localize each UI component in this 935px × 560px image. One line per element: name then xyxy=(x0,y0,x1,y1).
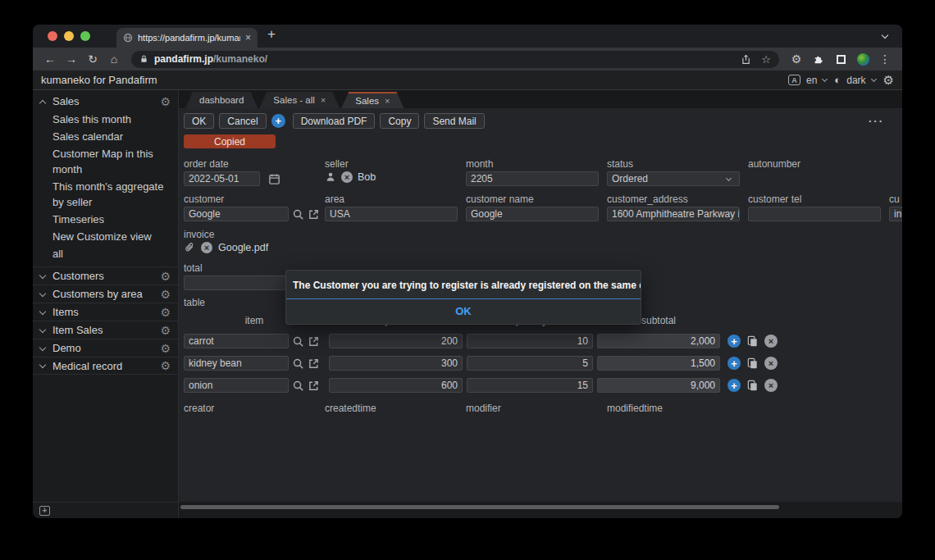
external-link-icon[interactable] xyxy=(308,357,320,370)
gear-icon[interactable]: ⚙ xyxy=(160,288,171,301)
sidebar-section-items[interactable]: Items ⚙ xyxy=(33,303,178,321)
sidebar-view-item[interactable]: all xyxy=(52,245,171,262)
sidebar-section-demo[interactable]: Demo ⚙ xyxy=(33,339,178,357)
close-icon[interactable]: × xyxy=(385,96,390,106)
maximize-window-button[interactable] xyxy=(80,31,90,41)
duplicate-row-icon[interactable] xyxy=(746,380,759,392)
quantity-input[interactable]: 10 xyxy=(467,334,593,348)
gear-icon[interactable]: ⚙ xyxy=(160,95,171,108)
extension-gear-icon[interactable]: ⚙ xyxy=(787,52,805,66)
tab-sales-all[interactable]: Sales - all × xyxy=(259,92,340,108)
language-select[interactable]: en xyxy=(806,75,817,86)
add-row-icon[interactable]: + xyxy=(727,335,741,348)
customer-address-input[interactable]: 1600 Amphitheatre Parkway ir xyxy=(607,207,740,221)
search-icon[interactable] xyxy=(292,380,304,392)
cancel-button[interactable]: Cancel xyxy=(219,113,266,129)
sidebar-section-sales[interactable]: Sales ⚙ xyxy=(33,93,178,110)
calendar-icon[interactable] xyxy=(268,173,280,185)
extensions-puzzle-icon[interactable] xyxy=(813,53,824,65)
forward-button[interactable]: → xyxy=(62,52,80,66)
paperclip-icon[interactable] xyxy=(184,242,195,253)
sidebar-view-item[interactable]: This month's aggregate by seller xyxy=(52,178,171,211)
delete-row-icon[interactable]: × xyxy=(764,357,778,370)
scrollbar-thumb[interactable] xyxy=(180,505,779,509)
invoice-file-name[interactable]: Google.pdf xyxy=(218,242,268,253)
address-bar[interactable]: pandafirm.jp/kumaneko/ ☆ xyxy=(131,51,779,68)
tab-group-icon[interactable] xyxy=(837,55,846,64)
reload-button[interactable]: ↻ xyxy=(84,52,102,66)
sidebar-section-customers-by-area[interactable]: Customers by area ⚙ xyxy=(33,285,178,303)
translate-icon[interactable]: A xyxy=(788,75,800,85)
month-input[interactable]: 2205 xyxy=(466,171,599,186)
remove-seller-icon[interactable]: × xyxy=(341,171,353,183)
tab-sales[interactable]: Sales × xyxy=(341,92,404,108)
item-input[interactable]: carrot xyxy=(184,334,289,348)
external-link-icon[interactable] xyxy=(308,380,320,392)
quantity-input[interactable]: 5 xyxy=(467,356,593,371)
delete-row-icon[interactable]: × xyxy=(764,379,778,392)
sidebar-view-item[interactable]: Sales calendar xyxy=(52,128,171,145)
home-button[interactable]: ⌂ xyxy=(105,52,123,66)
ok-button[interactable]: OK xyxy=(184,113,214,129)
browser-menu-kebab-icon[interactable]: ⋮ xyxy=(876,52,894,66)
bookmark-star-icon[interactable]: ☆ xyxy=(761,53,771,66)
price-input[interactable]: 300 xyxy=(329,356,463,371)
gear-icon[interactable]: ⚙ xyxy=(160,306,171,319)
status-select[interactable]: Ordered xyxy=(607,171,740,186)
search-icon[interactable] xyxy=(292,335,304,348)
item-input[interactable]: onion xyxy=(184,378,289,393)
duplicate-row-icon[interactable] xyxy=(746,357,759,370)
new-tab-button[interactable]: + xyxy=(267,26,276,43)
sidebar-section-customers[interactable]: Customers ⚙ xyxy=(33,266,178,285)
sidebar-view-item[interactable]: New Customize view xyxy=(52,228,171,245)
share-icon[interactable] xyxy=(741,54,751,65)
download-pdf-button[interactable]: Download PDF xyxy=(293,113,376,129)
item-input[interactable]: kidney bean xyxy=(184,356,289,371)
external-link-icon[interactable] xyxy=(308,335,320,348)
quantity-input[interactable]: 15 xyxy=(467,378,593,393)
theme-select[interactable]: dark xyxy=(846,75,865,86)
remove-file-icon[interactable]: × xyxy=(201,242,212,253)
sidebar-view-item[interactable]: Customer Map in this month xyxy=(52,145,171,178)
gear-icon[interactable]: ⚙ xyxy=(160,359,171,372)
dialog-ok-button[interactable]: OK xyxy=(455,305,472,317)
tab-close-icon[interactable]: × xyxy=(245,33,251,43)
duplicate-row-icon[interactable] xyxy=(746,335,759,348)
back-button[interactable]: ← xyxy=(41,52,59,66)
price-input[interactable]: 600 xyxy=(329,378,463,393)
tab-dashboard[interactable]: dashboard xyxy=(185,92,258,108)
close-icon[interactable]: × xyxy=(321,95,326,105)
sidebar-view-item[interactable]: Sales this month xyxy=(52,111,171,128)
sidebar-section-medical-record[interactable]: Medical record ⚙ xyxy=(33,357,178,375)
copy-button[interactable]: Copy xyxy=(380,113,419,129)
gear-icon[interactable]: ⚙ xyxy=(160,342,171,355)
sidebar-section-item-sales[interactable]: Item Sales ⚙ xyxy=(33,321,178,339)
external-link-icon[interactable] xyxy=(308,208,320,221)
copied-toast: Copied xyxy=(184,134,276,148)
order-date-input[interactable]: 2022-05-01 xyxy=(184,171,260,186)
add-row-icon[interactable]: + xyxy=(727,379,741,392)
price-input[interactable]: 200 xyxy=(329,334,463,348)
add-row-icon[interactable]: + xyxy=(727,357,741,370)
more-options-button[interactable]: ··· xyxy=(869,115,884,127)
customer-tel-input[interactable] xyxy=(748,207,881,221)
delete-row-icon[interactable]: × xyxy=(764,335,778,348)
customer-name-input[interactable]: Google xyxy=(466,207,599,221)
profile-avatar[interactable] xyxy=(857,53,869,66)
add-record-icon[interactable]: + xyxy=(271,114,285,128)
minimize-window-button[interactable] xyxy=(64,31,74,41)
close-window-button[interactable] xyxy=(48,31,57,41)
clipped-field-input[interactable]: in xyxy=(889,207,902,221)
search-icon[interactable] xyxy=(292,208,304,221)
add-app-icon[interactable]: + xyxy=(39,506,50,516)
customer-input[interactable]: Google xyxy=(184,207,289,221)
gear-icon[interactable]: ⚙ xyxy=(160,324,171,337)
send-mail-button[interactable]: Send Mail xyxy=(424,113,484,129)
sidebar-view-item[interactable]: Timeseries xyxy=(52,211,171,228)
gear-icon[interactable]: ⚙ xyxy=(160,270,171,283)
search-icon[interactable] xyxy=(292,357,304,370)
app-settings-gear-icon[interactable]: ⚙ xyxy=(883,73,894,88)
chevron-down-icon[interactable] xyxy=(882,32,888,39)
area-input[interactable]: USA xyxy=(325,207,458,221)
browser-tab[interactable]: https://pandafirm.jp/kumaneko × xyxy=(116,28,258,48)
